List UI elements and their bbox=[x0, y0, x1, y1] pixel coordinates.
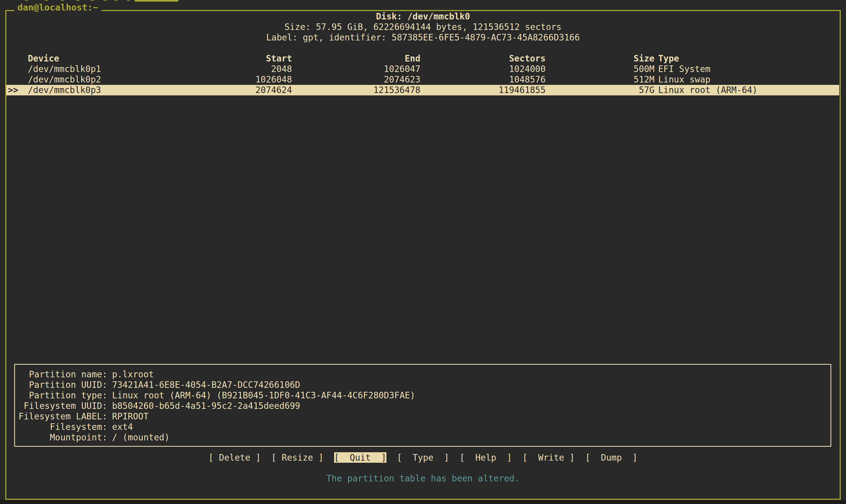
partition-type: Linux swap bbox=[658, 74, 710, 85]
detail-partition-type: Partition type: Linux root (ARM-64) (B92… bbox=[15, 390, 830, 401]
screen-bottom-gap bbox=[0, 500, 846, 504]
detail-label: Partition name: bbox=[15, 369, 107, 380]
screen-top-artifact bbox=[104, 0, 107, 1]
detail-value: Linux root (ARM-64) (B921B045-1DF0-41C3-… bbox=[112, 390, 415, 401]
table-row[interactable]: /dev/mmcblk0p1 2048 1026047 1024000 500M… bbox=[0, 64, 846, 74]
column-header-end: End bbox=[404, 53, 420, 64]
table-row-selected[interactable]: >> /dev/mmcblk0p3 2074624 121536478 1194… bbox=[0, 85, 846, 95]
table-row[interactable]: /dev/mmcblk0p2 1026048 2074623 1048576 5… bbox=[0, 74, 846, 85]
detail-partition-name: Partition name: p.lxroot bbox=[15, 369, 830, 380]
column-header-sectors: Sectors bbox=[509, 53, 546, 64]
partition-start: 2074624 bbox=[255, 85, 292, 95]
partition-end: 121536478 bbox=[373, 85, 420, 95]
detail-label: Partition UUID: bbox=[15, 380, 107, 390]
screen-top-artifact bbox=[45, 0, 48, 1]
screen-top-artifact bbox=[25, 0, 28, 1]
column-header-start: Start bbox=[266, 53, 292, 64]
disk-size-line: Size: 57.95 GiB, 62226694144 bytes, 1215… bbox=[0, 22, 846, 32]
help-button[interactable]: [ Help ] bbox=[460, 452, 512, 463]
column-header-device: Device bbox=[28, 53, 59, 64]
detail-partition-uuid: Partition UUID: 73421A41-6E8E-4054-B2A7-… bbox=[15, 380, 830, 390]
detail-value: ext4 bbox=[112, 422, 133, 432]
screen-top-artifact bbox=[61, 0, 64, 1]
partition-end: 1026047 bbox=[384, 64, 420, 74]
partition-sectors: 1048576 bbox=[509, 74, 546, 85]
partition-device: /dev/mmcblk0p2 bbox=[28, 74, 101, 85]
detail-mountpoint: Mountpoint: / (mounted) bbox=[15, 432, 830, 443]
partition-type: Linux root (ARM-64) bbox=[658, 85, 758, 95]
detail-label: Mountpoint: bbox=[15, 432, 107, 443]
screen-top-artifact bbox=[135, 0, 178, 2]
detail-label: Partition type: bbox=[15, 390, 107, 401]
screen-top-artifact bbox=[90, 0, 94, 1]
column-header-type: Type bbox=[658, 53, 679, 64]
column-header-size: Size bbox=[634, 53, 655, 64]
detail-label: Filesystem: bbox=[15, 422, 107, 432]
detail-value: / (mounted) bbox=[112, 432, 170, 443]
partition-start: 1026048 bbox=[255, 74, 292, 85]
partition-type: EFI System bbox=[658, 64, 710, 74]
detail-filesystem-uuid: Filesystem UUID: b8504260-b65d-4a51-95c2… bbox=[15, 401, 830, 411]
partition-start: 2048 bbox=[271, 64, 292, 74]
screen-top-artifact bbox=[115, 0, 118, 1]
write-button[interactable]: [ Write ] bbox=[522, 452, 575, 463]
action-menu: [ Delete ] [ Resize ] [ Quit ] [ Type ] … bbox=[0, 452, 846, 463]
quit-button[interactable]: [ Quit ] bbox=[334, 452, 386, 463]
type-button[interactable]: [ Type ] bbox=[397, 452, 449, 463]
detail-filesystem-label: Filesystem LABEL: RPIROOT bbox=[15, 411, 830, 422]
detail-value: RPIROOT bbox=[112, 411, 149, 422]
resize-button[interactable]: [ Resize ] bbox=[271, 452, 324, 463]
partition-size: 57G bbox=[639, 85, 655, 95]
dump-button[interactable]: [ Dump ] bbox=[585, 452, 638, 463]
detail-label: Filesystem LABEL: bbox=[15, 411, 107, 422]
delete-button[interactable]: [ Delete ] bbox=[209, 452, 261, 463]
screen-top-artifact bbox=[127, 0, 130, 1]
partition-device: /dev/mmcblk0p1 bbox=[28, 64, 101, 74]
terminal-screen: dan@localhost:~ Disk: /dev/mmcblk0 Size:… bbox=[0, 0, 846, 504]
screen-top-artifact bbox=[76, 0, 80, 1]
disk-label-line: Label: gpt, identifier: 587385EE-6FE5-48… bbox=[0, 32, 846, 43]
status-message: The partition table has been altered. bbox=[0, 473, 846, 484]
partition-end: 2074623 bbox=[384, 74, 420, 85]
detail-value: 73421A41-6E8E-4054-B2A7-DCC74266106D bbox=[112, 380, 300, 390]
table-header-row: Device Start End Sectors Size Type bbox=[0, 53, 846, 64]
detail-value: p.lxroot bbox=[112, 369, 154, 380]
detail-label: Filesystem UUID: bbox=[15, 401, 107, 411]
partition-size: 512M bbox=[634, 74, 655, 85]
selection-pointer: >> bbox=[8, 85, 18, 95]
partition-size: 500M bbox=[634, 64, 655, 74]
partition-sectors: 119461855 bbox=[499, 85, 546, 95]
detail-value: b8504260-b65d-4a51-95c2-2a415deed699 bbox=[112, 401, 300, 411]
disk-title: Disk: /dev/mmcblk0 bbox=[0, 11, 846, 22]
partition-sectors: 1024000 bbox=[509, 64, 546, 74]
partition-details-panel: Partition name: p.lxroot Partition UUID:… bbox=[14, 364, 831, 447]
partition-device: /dev/mmcblk0p3 bbox=[28, 85, 101, 95]
detail-filesystem: Filesystem: ext4 bbox=[15, 422, 830, 432]
